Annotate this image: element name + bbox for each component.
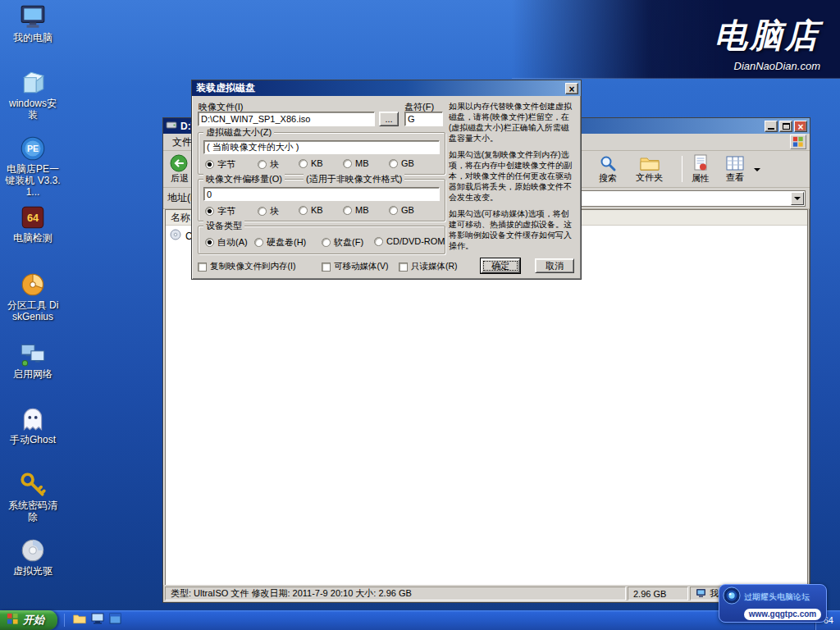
desktop-icon-manual-ghost[interactable]: 手动Ghost <box>5 405 61 446</box>
minimize-button[interactable] <box>765 121 778 132</box>
view-button[interactable]: 查看 <box>723 153 747 186</box>
desktop-icon-label: 分区工具 DiskGenius <box>5 300 61 323</box>
copy-to-memory-checkbox[interactable]: 复制映像文件到内存(I) <box>198 261 295 272</box>
offset-input[interactable] <box>203 187 440 201</box>
detect-64-icon: 64 <box>18 203 48 231</box>
help-paragraph: 如果以内存代替映像文件创建虚拟磁盘，请将(映像文件)栏留空，在(虚拟磁盘大小)栏… <box>449 101 574 144</box>
size-unit-mb-radio[interactable]: MB <box>343 158 369 168</box>
document-icon <box>692 154 709 172</box>
offset-unit-kb-radio[interactable]: KB <box>299 205 323 215</box>
display-icon[interactable] <box>91 613 104 628</box>
radio-label: 块 <box>270 158 279 171</box>
radio-label: KB <box>311 205 323 215</box>
size-unit-kb-radio[interactable]: KB <box>299 158 323 168</box>
desktop-icon-windows-install[interactable]: windows安装 <box>5 69 61 121</box>
brand-logo: 电脑店 DianNaoDian.com <box>714 13 820 72</box>
folder-icon <box>640 155 660 171</box>
radio-label: GB <box>401 158 414 168</box>
radio-label: 软盘(F) <box>334 236 363 249</box>
help-paragraph: 如果勾选(复制映像文件到内存)选项，将在内存中创建映像文件的副本，对映像文件的任… <box>449 149 574 203</box>
desktop-icon-diskgenius[interactable]: 分区工具 DiskGenius <box>5 271 61 323</box>
desktop-icon-dnd-pe-installer[interactable]: PE 电脑店PE一键装机 V3.3.1... <box>5 135 61 198</box>
dialog-help-text: 如果以内存代替映像文件创建虚拟磁盘，请将(映像文件)栏留空，在(虚拟磁盘大小)栏… <box>449 101 574 260</box>
drive-letter-input[interactable] <box>404 112 443 126</box>
maximize-button[interactable] <box>779 121 792 132</box>
statusbar: 类型: UltraISO 文件 修改日期: 2011-7-9 20:10 大小:… <box>163 585 810 602</box>
disk-size-input[interactable] <box>203 140 440 154</box>
size-unit-bytes-radio[interactable]: 字节 <box>205 158 235 171</box>
taskbar: 开始 64 <box>0 610 840 630</box>
desktop-icon-password-clear[interactable]: 系统密码清除 <box>5 471 61 523</box>
desktop-icon-label: 系统密码清除 <box>5 500 61 523</box>
cancel-button[interactable]: 取消 <box>535 258 574 273</box>
desktop-icon-label: 手动Ghost <box>5 435 61 446</box>
desktop-icon-enable-network[interactable]: 启用网络 <box>5 340 61 381</box>
address-dropdown-button[interactable] <box>791 192 804 205</box>
size-unit-blocks-radio[interactable]: 块 <box>258 158 279 171</box>
radio-label: 字节 <box>217 205 235 217</box>
status-size: 2.96 GB <box>628 587 688 600</box>
help-paragraph: 如果勾选(可移动媒体)选项，将创建可移动、热插拔的虚拟设备。这将影响例如设备文件… <box>449 208 574 251</box>
radio-label: GB <box>401 205 414 215</box>
desktop-icon-label: 我的电脑 <box>5 33 61 44</box>
camera-lens-icon <box>723 587 741 608</box>
radio-label: KB <box>311 158 323 168</box>
svg-text:PE: PE <box>27 144 39 153</box>
desktop-icon-pc-check[interactable]: 64 电脑检测 <box>5 203 61 244</box>
search-button[interactable]: 搜索 <box>596 153 620 186</box>
device-floppy-radio[interactable]: 软盘(F) <box>322 236 363 249</box>
ok-button[interactable]: 确定 <box>481 258 520 273</box>
close-icon[interactable] <box>794 121 807 132</box>
device-cdrom-radio[interactable]: CD/DVD-ROM <box>374 236 445 246</box>
offset-unit-mb-radio[interactable]: MB <box>343 205 369 215</box>
start-button[interactable]: 开始 <box>0 610 57 630</box>
status-type-info: 类型: UltraISO 文件 修改日期: 2011-7-9 20:10 大小:… <box>165 587 626 600</box>
view-dropdown-arrow[interactable] <box>751 153 764 186</box>
folder-icon[interactable] <box>73 613 86 628</box>
folders-button-label: 文件夹 <box>636 171 663 184</box>
installer-box-icon <box>18 69 48 97</box>
desktop-icon-label: 电脑店PE一键装机 V3.3.1... <box>5 164 61 198</box>
views-grid-icon <box>726 155 744 171</box>
view-button-label: 查看 <box>726 171 744 184</box>
offset-unit-blocks-radio[interactable]: 块 <box>258 205 279 217</box>
window-icon[interactable] <box>109 613 121 628</box>
svg-text:64: 64 <box>27 212 39 224</box>
back-button[interactable]: 后退 <box>167 153 193 186</box>
browse-button[interactable]: ... <box>379 112 399 126</box>
offset-unit-gb-radio[interactable]: GB <box>389 205 414 215</box>
desktop-icon-virtual-cdrom[interactable]: 虚拟光驱 <box>5 536 61 578</box>
radio-label: MB <box>355 158 369 168</box>
quicklaunch-separator <box>64 614 65 627</box>
key-icon <box>18 471 48 499</box>
pe-tool-icon: PE <box>18 135 48 162</box>
checkbox-label: 只读媒体(R) <box>411 261 458 272</box>
image-file-input[interactable] <box>198 112 375 126</box>
watermark-badge: 过期耀头电脑论坛 www.gqgtpc.com <box>719 584 827 623</box>
device-auto-radio[interactable]: 自动(A) <box>205 236 248 249</box>
dialog-titlebar[interactable]: 装载虚拟磁盘 <box>192 80 581 96</box>
radio-label: 字节 <box>217 158 235 171</box>
quick-launch <box>73 613 121 628</box>
network-icon <box>18 340 48 368</box>
watermark-forum-name: 过期耀头电脑论坛 <box>744 591 810 603</box>
radio-label: MB <box>355 205 369 215</box>
drive-icon <box>166 119 177 134</box>
device-harddisk-radio[interactable]: 硬盘卷(H) <box>254 236 306 249</box>
desktop-icon-my-computer[interactable]: 我的电脑 <box>5 3 61 44</box>
folders-button[interactable]: 文件夹 <box>632 153 666 186</box>
device-type-group-label: 设备类型 <box>203 220 244 232</box>
desktop: 电脑店 DianNaoDian.com 我的电脑 windows安装 PE 电脑… <box>0 0 840 630</box>
offset-group: 映像文件偏移量(O) (适用于非映像文件格式) 字节 块 KB MB GB <box>198 179 445 221</box>
desktop-icon-label: 电脑检测 <box>5 233 61 244</box>
readonly-media-checkbox[interactable]: 只读媒体(R) <box>399 261 458 272</box>
removable-media-checkbox[interactable]: 可移动媒体(V) <box>322 261 389 272</box>
desktop-icon-label: windows安装 <box>5 98 61 121</box>
properties-button[interactable]: 属性 <box>688 153 713 186</box>
search-icon <box>599 154 617 172</box>
offset-unit-bytes-radio[interactable]: 字节 <box>205 205 235 217</box>
disk-size-group: 虚拟磁盘大小(Z) 字节 块 KB MB GB <box>198 132 445 175</box>
offset-group-note: (适用于非映像文件格式) <box>304 173 404 185</box>
size-unit-gb-radio[interactable]: GB <box>389 158 414 168</box>
dialog-close-icon[interactable] <box>565 83 578 94</box>
